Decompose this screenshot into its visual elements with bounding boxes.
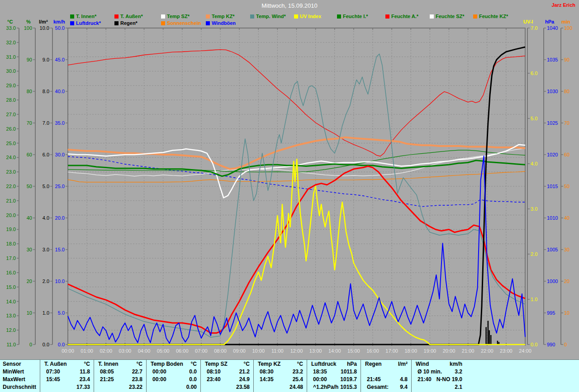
table-value: 23.8	[101, 376, 142, 383]
statistics-table: SensorMinWertMaxWertDurchschnittT. Außen…	[0, 359, 579, 392]
x-tick-label: 05:00	[157, 348, 170, 354]
weather-chart: 33.032.031.030.029.028.027.026.025.024.0…	[0, 0, 579, 359]
x-tick-label: 04:00	[138, 348, 151, 354]
table-value: 24.9	[208, 376, 250, 383]
axis-tick-label: 31.0	[6, 54, 16, 60]
table-value: 1011.8	[315, 368, 357, 375]
axis-tick-label: 6.0	[531, 71, 537, 76]
x-tick-label: 24:00	[519, 348, 532, 354]
table-column-separator	[361, 360, 361, 392]
axis-tick-label: 1025	[547, 120, 558, 126]
table-value: 0.00	[155, 384, 197, 391]
x-tick-label: 20:00	[443, 348, 456, 354]
axis-tick-label: 995	[547, 310, 555, 316]
table-value: 23.4	[48, 376, 90, 383]
axis-tick-label: 1.0	[531, 297, 537, 302]
axis-tick-label: 50	[564, 184, 570, 189]
table-header-unit: °C	[168, 361, 197, 368]
axis-tick-label: 4.0	[531, 161, 537, 166]
table-column-separator	[40, 360, 40, 392]
axis-tick-label: 25.0	[6, 141, 16, 146]
table-header: Wind	[416, 361, 429, 368]
axis-tick-label: 6.0	[43, 152, 49, 157]
x-tick-label: 15:00	[347, 348, 360, 354]
axis-tick-label: 10.0	[40, 25, 49, 31]
axis-kmh: 50.045.040.035.030.025.020.015.010.05.00…	[53, 19, 68, 347]
x-tick-label: 01:00	[81, 348, 93, 354]
axis-tick-label: 10.0	[55, 279, 65, 284]
axis-tick-label: 10	[27, 310, 32, 316]
axis-tick-label: 100	[24, 25, 32, 31]
axis-tick-label: 30.0	[55, 152, 65, 157]
axis-tick-label: 20.0	[55, 215, 65, 221]
axis-tick-label: 17.0	[6, 255, 16, 261]
axis-tick-label: 14.0	[6, 299, 16, 304]
axis-tick-label: 990	[547, 342, 555, 347]
table-value: 11.8	[48, 368, 90, 375]
x-tick-label: 14:00	[328, 348, 341, 354]
axis-tick-label: 7.0	[43, 120, 49, 126]
table-header-sensor: Sensor	[3, 361, 21, 368]
table-row-label: MinWert	[3, 368, 24, 375]
x-tick-label: 03:00	[119, 348, 132, 354]
x-tick-label: 07:00	[195, 348, 208, 354]
axis-tick-label: 9.0	[43, 57, 49, 62]
x-tick-label: 06:00	[176, 348, 189, 354]
axis-c: 33.032.031.030.029.028.027.026.025.024.0…	[6, 19, 19, 347]
table-column-separator	[307, 360, 307, 392]
x-tick-label: 02:00	[100, 348, 112, 354]
axis-tick-label: 15.0	[55, 247, 65, 252]
axis-tick-label: 8.0	[43, 89, 49, 94]
table-header-unit: l/m²	[379, 361, 408, 368]
axis-tick-label: 35.0	[55, 120, 65, 126]
axis-tick-label: 80	[564, 89, 570, 94]
axis-tick-label: 30.0	[6, 68, 16, 74]
table-value: 21.2	[208, 368, 250, 375]
axis-tick-label: 70	[564, 120, 570, 126]
table-value: 1019.7	[315, 376, 357, 383]
axis-tick-label: 5.0	[531, 116, 537, 121]
table-value: 23.22	[101, 384, 142, 391]
table-value: 3.2	[421, 368, 462, 375]
axis-header: km/h	[53, 19, 65, 24]
table-value: 4.8	[366, 376, 408, 383]
axis-tick-label: 20.0	[6, 213, 16, 218]
axis-min: 1009080706050403020100min	[561, 19, 572, 347]
table-value: 25.4	[261, 376, 303, 383]
axis-tick-label: 40	[27, 215, 32, 221]
axis-tick-label: 19.0	[6, 227, 16, 232]
axis-tick-label: 28.0	[6, 97, 16, 103]
table-column-separator	[200, 360, 201, 392]
axis-tick-label: 1020	[547, 152, 558, 157]
table-value: 0.0	[155, 376, 197, 383]
table-row-label: MaxWert	[3, 376, 25, 383]
axis-tick-label: 40	[564, 215, 570, 221]
x-tick-label: 18:00	[404, 348, 417, 354]
axis-header: min	[561, 19, 570, 24]
x-tick-label: 23:00	[500, 348, 513, 354]
axis-tick-label: 4.0	[43, 215, 49, 221]
axis-tick-label: 32.0	[6, 40, 16, 45]
x-tick-label: 11:00	[271, 348, 284, 354]
axis-tick-label: 12.0	[6, 327, 16, 333]
axis-tick-label: 0	[564, 342, 567, 347]
axis-tick-label: 1005	[547, 247, 558, 252]
axis-tick-label: 20	[27, 279, 32, 284]
axis-lm2: 10.09.08.07.06.05.04.03.02.01.00.0l/m²	[39, 19, 52, 347]
axis-tick-label: 70	[27, 120, 32, 126]
table-value: 23.58	[208, 384, 250, 391]
table-header-unit: km/h	[433, 361, 462, 368]
axis-tick-label: 24.0	[6, 155, 16, 160]
axis-tick-label: 100	[564, 25, 572, 31]
axis-header: %	[26, 19, 31, 24]
axis-tick-label: 5.0	[58, 310, 65, 316]
weather-app-window: Mittwoch, 15.09.2010 Jarz Erich T. Innen…	[0, 0, 579, 392]
axis-tick-label: 22.0	[6, 184, 16, 189]
table-value: 17.33	[48, 384, 90, 391]
axis-tick-label: 2.0	[43, 279, 49, 284]
axis-tick-label: 18.0	[6, 241, 16, 246]
table-column-separator	[411, 360, 412, 392]
x-tick-label: 00:00	[62, 348, 74, 354]
axis-tick-label: 26.0	[6, 126, 16, 132]
table-header-unit: °C	[61, 361, 90, 368]
